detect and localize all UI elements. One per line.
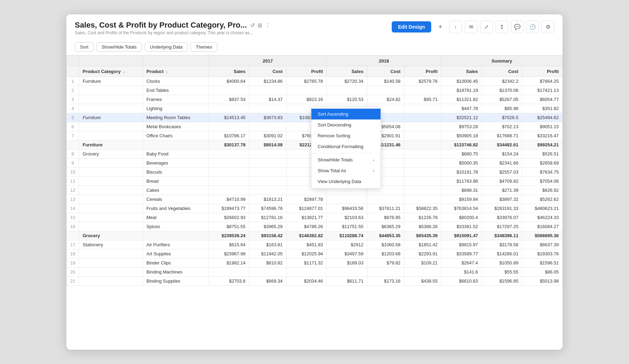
product-header[interactable]: Product ↓ — [143, 66, 209, 77]
product-category-cell: Stationery — [79, 240, 143, 249]
profit-2018-cell: $65435.39 — [404, 231, 441, 240]
edit-design-button[interactable]: Edit Design — [392, 21, 431, 32]
sales-summary-cell: $32521.12 — [441, 113, 482, 122]
year-2018-header: 2018 — [327, 56, 441, 66]
sales-2017-cell — [209, 86, 250, 95]
profit-summary-cell: $5262.62 — [522, 195, 563, 204]
row-number: 3 — [67, 95, 79, 104]
cost-2017-cell — [249, 168, 286, 177]
more-icon[interactable]: ⋮ — [265, 22, 270, 29]
sales-2017-header: Sales — [209, 66, 250, 77]
context-menu-label: Show/Hide Totals — [318, 157, 353, 162]
cost-2017-cell: $11942.05 — [249, 249, 286, 259]
row-number — [67, 231, 79, 240]
empty-header-num — [67, 56, 79, 66]
sales-summary-cell: $33381.52 — [441, 222, 482, 231]
sales-2018-cell: $189.03 — [327, 259, 367, 268]
profit-2018-cell — [404, 131, 441, 140]
context-menu-item-5[interactable]: Show Total As› — [311, 165, 381, 176]
profit-2018-cell — [404, 104, 441, 113]
cost-2018-cell: $1060.58 — [367, 240, 404, 249]
sales-summary-cell: $2647.4 — [441, 259, 482, 268]
context-menu: Sort AscendingSort DescendingRemove Sort… — [311, 107, 381, 189]
profit-summary-cell: $9051.15 — [522, 122, 563, 131]
profit-2018-cell: $109.21 — [404, 259, 441, 268]
profit-2018-cell — [404, 86, 441, 95]
empty-header-cat — [79, 56, 143, 66]
email-button[interactable]: ✉ — [465, 21, 477, 33]
profit-summary-cell: $17421.13 — [522, 86, 563, 95]
product-category-cell — [79, 95, 143, 104]
category-sort-icon: ↓ — [123, 70, 125, 74]
profit-summary-cell: $5013.98 — [522, 277, 563, 286]
share-button[interactable]: ⤢ — [480, 21, 493, 33]
product-cell: Office Chairs — [143, 131, 209, 140]
cost-summary-cell: $95.96 — [482, 104, 522, 113]
sales-2017-cell: $8751.55 — [209, 222, 250, 231]
sales-2017-cell: $837.53 — [209, 95, 250, 104]
comment-button[interactable]: 💬 — [511, 21, 523, 33]
product-category-cell — [79, 277, 143, 286]
row-number: 10 — [67, 168, 79, 177]
cost-2018-cell — [367, 86, 404, 95]
product-cell: Cereals — [143, 195, 209, 204]
sales-2017-cell — [209, 159, 250, 168]
product-category-cell — [79, 104, 143, 113]
product-category-cell — [79, 131, 143, 140]
refresh-icon[interactable]: ↺ — [250, 22, 255, 29]
profit-summary-cell: $99254.21 — [522, 140, 563, 150]
context-menu-item-0[interactable]: Sort Ascending — [311, 109, 381, 119]
profit-summary-cell: $25494.62 — [522, 113, 563, 122]
profit-summary-cell: $33216.47 — [522, 131, 563, 140]
product-cell: Bread — [143, 177, 209, 186]
grid-icon[interactable]: ⊞ — [258, 22, 262, 29]
row-number: 2 — [67, 86, 79, 95]
sales-summary-cell: $9815.97 — [441, 240, 482, 249]
header-top: Sales, Cost & Profit by Product Category… — [75, 21, 554, 35]
cost-2017-cell — [249, 122, 286, 131]
profit-2017-cell: $12025.94 — [286, 249, 327, 259]
cost-2017-cell: $8014.08 — [249, 140, 286, 150]
cost-2018-cell: $37611.21 — [367, 204, 404, 213]
product-category-header[interactable]: Product Category ↓ — [79, 66, 143, 77]
themes-button[interactable]: Themes — [190, 42, 217, 52]
title-icons: ↺ ⊞ ⋮ — [250, 22, 270, 29]
cost-2018-cell: $140.58 — [367, 77, 404, 86]
cost-2017-cell: $1234.86 — [249, 77, 286, 86]
cost-summary-cell: $1050.89 — [482, 259, 522, 268]
table-row: 3Frames$837.53$14.37$823.16$120.53$24.82… — [67, 95, 563, 104]
table-row: 21Binding Supplies$2703.8$669.34$2034.46… — [67, 277, 563, 286]
settings-button[interactable]: ⚙ — [542, 21, 554, 33]
product-cell: Art Supplies — [143, 249, 209, 259]
context-menu-item-3[interactable]: Conditional Formatting — [311, 141, 381, 152]
product-category-cell — [79, 186, 143, 195]
profit-summary-cell: $351.82 — [522, 104, 563, 113]
header-actions: Edit Design + ↑ ✉ ⤢ ↥ 💬 🕐 ⚙ — [392, 21, 554, 33]
row-number: 21 — [67, 277, 79, 286]
profit-summary-cell: $480623.21 — [522, 204, 563, 213]
upload-button[interactable]: ↥ — [496, 21, 508, 33]
export-button[interactable]: ↑ — [449, 21, 462, 33]
product-category-cell — [79, 122, 143, 131]
product-cell: Spices — [143, 222, 209, 231]
add-button[interactable]: + — [434, 21, 447, 33]
show-hide-totals-button[interactable]: Show/Hide Totals — [96, 42, 142, 52]
product-category-cell — [79, 249, 143, 259]
sort-button[interactable]: Sort — [75, 42, 94, 52]
clock-button[interactable]: 🕐 — [526, 21, 539, 33]
context-menu-item-6[interactable]: View Underlying Data — [311, 176, 381, 187]
product-category-cell: Grocery — [79, 231, 143, 240]
sales-summary-cell: $680.75 — [441, 150, 482, 159]
context-menu-item-4[interactable]: Show/Hide Totals› — [311, 154, 381, 165]
underlying-data-button[interactable]: Underlying Data — [145, 42, 188, 52]
row-number: 18 — [67, 249, 79, 259]
profit-summary-cell: $86.05 — [522, 268, 563, 277]
page-title: Sales, Cost & Profit by Product Category… — [75, 21, 247, 30]
sales-2017-cell — [209, 268, 250, 277]
context-menu-item-1[interactable]: Sort Descending — [311, 119, 381, 130]
context-menu-item-2[interactable]: Remove Sorting — [311, 130, 381, 141]
sales-2017-cell: $10786.17 — [209, 131, 250, 140]
profit-2017-cell: $2765.78 — [286, 77, 327, 86]
sales-2017-cell: $199473.77 — [209, 204, 250, 213]
cost-2017-cell: $74596.76 — [249, 204, 286, 213]
